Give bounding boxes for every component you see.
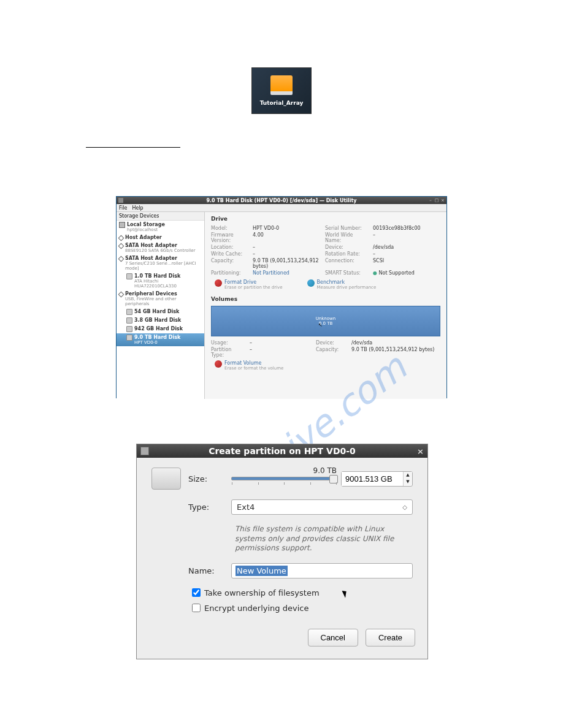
type-hint: This file system is compatible with Linu… <box>235 525 413 553</box>
divider <box>86 147 180 148</box>
format-icon <box>215 360 222 368</box>
sidebar-item-1tb-disk[interactable]: 1.0 TB Hard DiskATA Hitachi HUA722010CLA… <box>117 272 204 290</box>
window-icon <box>118 198 123 203</box>
sidebar-item-peripherals[interactable]: Peripheral DevicesUSB, FireWire and othe… <box>117 290 204 308</box>
size-slider[interactable]: 9.0 TB <box>231 477 337 480</box>
sidebar-item-host-adapter[interactable]: Host Adapter <box>117 233 204 241</box>
maximize-button[interactable]: □ <box>434 198 439 203</box>
size-label: Size: <box>188 474 231 483</box>
drive-details: Model:HPT VD0-0Serial Number:00193ce98b3… <box>211 226 440 276</box>
hdd-icon <box>126 335 132 341</box>
desktop-icon-label: Tutorial_Array <box>260 100 304 106</box>
volume-details: Usage:–Device:/dev/sda Partition Type:–C… <box>211 340 440 358</box>
ownership-label: Take ownership of filesystem <box>204 588 320 597</box>
ownership-checkbox[interactable] <box>192 588 201 597</box>
type-label: Type: <box>188 502 231 512</box>
sidebar-header: Storage Devices <box>117 212 204 221</box>
size-spinbox[interactable]: ▲ ▼ <box>341 471 413 487</box>
computer-icon <box>119 222 125 228</box>
cursor-icon: ↖ <box>318 322 323 328</box>
benchmark-action[interactable]: BenchmarkMeasure drive performance <box>307 279 377 290</box>
hdd-icon <box>126 317 132 324</box>
sidebar-item-9tb-disk[interactable]: 9.0 TB Hard DiskHPT VD0-0 <box>117 333 204 346</box>
encrypt-checkbox[interactable] <box>192 604 201 612</box>
encrypt-label: Encrypt underlying device <box>204 604 308 613</box>
disk-utility-window: 9.0 TB Hard Disk (HPT VD0-0) [/dev/sda] … <box>116 196 447 398</box>
desktop-drive-icon[interactable]: Tutorial_Array <box>251 67 312 114</box>
spin-down-button[interactable]: ▼ <box>404 479 412 485</box>
close-button[interactable]: × <box>417 447 424 456</box>
titlebar[interactable]: 9.0 TB Hard Disk (HPT VD0-0) [/dev/sda] … <box>117 197 446 204</box>
adapter-icon <box>118 292 124 298</box>
format-icon <box>215 279 222 287</box>
drive-icon <box>151 468 181 490</box>
drive-section-title: Drive <box>211 216 440 222</box>
benchmark-icon <box>307 279 315 287</box>
size-input[interactable] <box>342 472 403 486</box>
create-button[interactable]: Create <box>366 629 415 646</box>
dialog-title: Create partition on HPT VD0-0 <box>137 446 427 456</box>
name-value: New Volume <box>236 566 288 576</box>
format-volume-action[interactable]: Format VolumeErase or format the volume <box>215 360 283 371</box>
drive-icon <box>270 75 293 95</box>
adapter-icon <box>118 235 124 241</box>
sidebar-item-sata-adapter-1[interactable]: SATA Host Adapter88SE9120 SATA 6Gb/s Con… <box>117 241 204 254</box>
sidebar-item-942gb-disk[interactable]: 942 GB Hard Disk <box>117 325 204 333</box>
main-panel: Drive Model:HPT VD0-0Serial Number:00193… <box>205 212 446 399</box>
menu-help[interactable]: Help <box>132 205 143 211</box>
window-controls: – □ × <box>428 198 445 203</box>
type-select[interactable]: Ext4 ◇ <box>231 499 413 515</box>
sidebar-item-3-8gb-disk[interactable]: 3.8 GB Hard Disk <box>117 316 204 325</box>
name-label: Name: <box>188 566 231 575</box>
sidebar-item-sata-adapter-2[interactable]: SATA Host Adapter7 Series/C210 Serie...r… <box>117 254 204 272</box>
hdd-icon <box>126 273 132 279</box>
type-value: Ext4 <box>237 502 255 512</box>
adapter-icon <box>118 243 124 249</box>
menu-file[interactable]: File <box>119 205 127 211</box>
hdd-icon <box>126 326 132 332</box>
dialog-titlebar[interactable]: Create partition on HPT VD0-0 × <box>137 444 427 458</box>
close-button[interactable]: × <box>440 198 445 203</box>
create-partition-dialog: Create partition on HPT VD0-0 × Size: 9.… <box>136 444 428 659</box>
sidebar: Storage Devices Local Storagehpt@localho… <box>117 212 205 399</box>
sidebar-item-54gb-disk[interactable]: 54 GB Hard Disk <box>117 308 204 316</box>
minimize-button[interactable]: – <box>428 198 433 203</box>
spin-up-button[interactable]: ▲ <box>404 472 412 479</box>
name-input[interactable]: New Volume <box>231 563 413 578</box>
volume-bar[interactable]: Unknown 9.0 TB ↖ <box>211 306 440 336</box>
volumes-section-title: Volumes <box>211 296 440 302</box>
dropdown-icon: ◇ <box>402 504 407 510</box>
window-title: 9.0 TB Hard Disk (HPT VD0-0) [/dev/sda] … <box>206 198 356 203</box>
menubar: File Help <box>117 204 446 212</box>
hdd-icon <box>126 309 132 315</box>
cancel-button[interactable]: Cancel <box>308 629 358 646</box>
adapter-icon <box>118 256 124 262</box>
format-drive-action[interactable]: Format DriveErase or partition the drive <box>215 279 283 290</box>
sidebar-item-local-storage[interactable]: Local Storagehpt@localhost <box>117 221 204 233</box>
